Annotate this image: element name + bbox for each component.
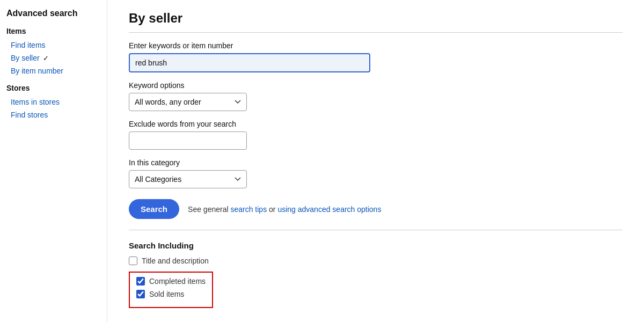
search-tips-text: See general search tips or using advance… (188, 205, 381, 214)
advanced-options-link[interactable]: using advanced search options (277, 205, 381, 214)
category-label: In this category (129, 158, 623, 167)
sidebar-item-by-seller[interactable]: By seller ✓ (6, 52, 100, 64)
exclude-label: Exclude words from your search (129, 120, 623, 128)
sidebar-items-section: Items (6, 27, 100, 35)
completed-items-row: Completed items (136, 277, 206, 286)
keyword-options-label: Keyword options (129, 81, 623, 90)
title-description-label[interactable]: Title and description (142, 257, 209, 265)
search-tips-link[interactable]: search tips (230, 205, 267, 214)
sold-items-label[interactable]: Sold items (149, 290, 184, 298)
search-tips-prefix: See general (188, 205, 230, 214)
by-seller-checkmark: ✓ (43, 54, 49, 62)
sold-items-checkbox[interactable] (136, 290, 145, 298)
completed-items-label[interactable]: Completed items (149, 277, 206, 286)
sidebar-item-find-stores[interactable]: Find stores (6, 108, 100, 121)
page-title: By seller (129, 11, 623, 33)
keyword-options-section: Keyword options All words, any order Any… (129, 81, 623, 111)
sold-items-row: Sold items (136, 290, 206, 298)
sidebar-item-items-in-stores[interactable]: Items in stores (6, 96, 100, 108)
sidebar-item-find-items[interactable]: Find items (6, 39, 100, 52)
sidebar-item-by-item-number-label: By item number (11, 67, 63, 75)
sidebar-item-find-items-label: Find items (11, 41, 46, 49)
keywords-section: Enter keywords or item number (129, 41, 623, 72)
sidebar-item-by-item-number[interactable]: By item number (6, 64, 100, 77)
sidebar: Advanced search Items Find items By sell… (0, 0, 107, 322)
keywords-label: Enter keywords or item number (129, 41, 623, 50)
search-including-title: Search Including (129, 241, 623, 250)
search-tips-or: or (267, 205, 277, 214)
sidebar-item-find-stores-label: Find stores (11, 111, 48, 119)
category-select[interactable]: All Categories Antiques Art Baby Books (129, 170, 247, 188)
completed-items-checkbox[interactable] (136, 277, 145, 286)
category-section: In this category All Categories Antiques… (129, 158, 623, 188)
keywords-input[interactable] (129, 53, 370, 72)
title-description-row: Title and description (129, 257, 623, 265)
search-including-section: Search Including Title and description C… (129, 241, 623, 308)
highlighted-checkboxes-box: Completed items Sold items (129, 272, 213, 308)
title-description-checkbox[interactable] (129, 257, 137, 265)
sidebar-item-items-in-stores-label: Items in stores (11, 98, 60, 106)
search-button[interactable]: Search (129, 199, 179, 219)
main-content: By seller Enter keywords or item number … (107, 0, 644, 322)
exclude-section: Exclude words from your search (129, 120, 623, 150)
exclude-input[interactable] (129, 131, 247, 150)
sidebar-item-by-seller-label: By seller (11, 54, 40, 62)
sidebar-title: Advanced search (6, 9, 100, 18)
search-row: Search See general search tips or using … (129, 199, 623, 230)
sidebar-stores-section: Stores (6, 84, 100, 92)
keyword-options-select[interactable]: All words, any order Any words Exact phr… (129, 93, 247, 111)
